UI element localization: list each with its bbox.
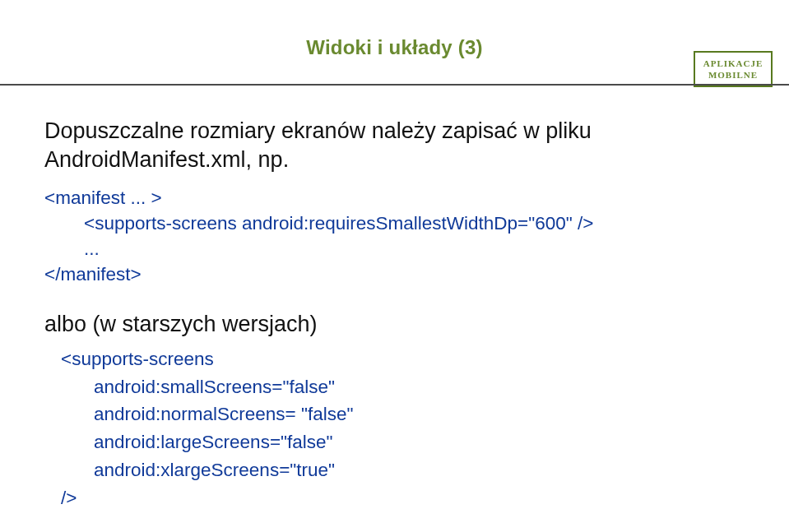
corner-line1: APLIKACJE bbox=[703, 58, 763, 68]
intro-line2: AndroidManifest.xml, np. bbox=[44, 147, 289, 172]
code-line: android:smallScreens="false" bbox=[44, 373, 768, 401]
title-row: Widoki i układy (3) APLIKACJE MOBILNE bbox=[0, 36, 789, 79]
horizontal-rule bbox=[0, 84, 789, 86]
intro-text: Dopuszczalne rozmiary ekranów należy zap… bbox=[44, 117, 768, 173]
code-block-1: <manifest ... > <supports-screens androi… bbox=[44, 185, 768, 287]
code-line: android:normalScreens= "false" bbox=[44, 400, 768, 428]
slide-body: Dopuszczalne rozmiary ekranów należy zap… bbox=[0, 92, 789, 511]
intro2-line: albo (w starszych wersjach) bbox=[44, 312, 318, 336]
intro-text-2: albo (w starszych wersjach) bbox=[44, 310, 768, 339]
code-line: /> bbox=[44, 484, 768, 512]
slide: Widoki i układy (3) APLIKACJE MOBILNE Do… bbox=[0, 0, 789, 532]
slide-title: Widoki i układy (3) bbox=[0, 36, 789, 59]
code-line: ... bbox=[44, 236, 768, 261]
code-block-2: <supports-screens android:smallScreens="… bbox=[44, 345, 768, 512]
divider-wrap bbox=[0, 84, 789, 92]
code-line: android:largeScreens="false" bbox=[44, 428, 768, 456]
divider-wrap bbox=[0, 28, 789, 36]
code-line: <manifest ... > bbox=[44, 187, 162, 208]
intro-line1: Dopuszczalne rozmiary ekranów należy zap… bbox=[44, 118, 592, 143]
code-line: <supports-screens bbox=[44, 345, 768, 373]
code-line: android:xlargeScreens="true" bbox=[44, 456, 768, 484]
code-line: <supports-screens android:requiresSmalle… bbox=[44, 210, 768, 236]
code-line: </manifest> bbox=[44, 264, 142, 285]
corner-line2: MOBILNE bbox=[708, 70, 758, 80]
corner-badge: APLIKACJE MOBILNE bbox=[694, 51, 773, 87]
